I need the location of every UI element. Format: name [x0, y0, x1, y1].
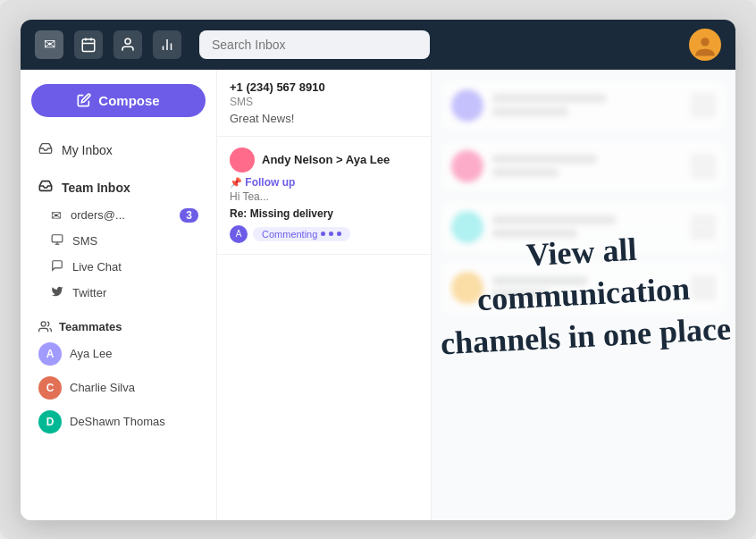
- conv2-subject: Re: Missing delivery: [230, 207, 418, 220]
- twitter-label: Twitter: [72, 286, 106, 299]
- dot3: [337, 232, 341, 236]
- conv-phone: +1 (234) 567 8910: [230, 80, 418, 94]
- sidebar-sub-item-live-chat[interactable]: Live Chat: [31, 254, 206, 280]
- teammates-label: Teammates: [59, 320, 122, 333]
- dot2: [329, 232, 333, 236]
- blurred-line-1a: [492, 94, 606, 103]
- follow-up-tag: Follow up: [245, 176, 295, 189]
- blurred-avatar-1: [451, 89, 483, 122]
- orders-badge: 3: [180, 208, 198, 223]
- main-area: Compose My Inbox: [21, 70, 735, 520]
- teammate-avatar-aya: A: [38, 342, 62, 366]
- teammate-name-charlie: Charlie Silva: [70, 381, 135, 394]
- blurred-row-2: [442, 141, 725, 191]
- conv2-sender-name: Andy Nelson > Aya Lee: [262, 153, 390, 166]
- teammate-avatar-charlie: C: [38, 376, 62, 400]
- nav-icon-calendar[interactable]: [74, 30, 103, 59]
- blurred-action-4: [691, 275, 716, 300]
- teammate-name-deshawn: DeShawn Thomas: [70, 415, 165, 428]
- twitter-icon: [51, 285, 63, 300]
- teammate-deshawn-thomas[interactable]: D DeShawn Thomas: [31, 405, 206, 439]
- app-container: ✉: [21, 20, 735, 520]
- blurred-row-4: [442, 263, 725, 313]
- compose-label: Compose: [98, 93, 159, 108]
- sidebar-sub-item-sms[interactable]: SMS: [31, 228, 206, 254]
- team-inbox-section: Team Inbox ✉ orders@... 3: [31, 173, 206, 306]
- search-input[interactable]: [199, 30, 430, 59]
- sidebar-sub-item-orders[interactable]: ✉ orders@... 3: [31, 203, 206, 228]
- team-inbox-icon: [38, 179, 53, 197]
- blurred-line-1b: [492, 107, 568, 116]
- blurred-action-2: [691, 154, 716, 179]
- my-inbox-section: My Inbox: [31, 135, 206, 165]
- search-bar[interactable]: [199, 30, 430, 59]
- blurred-lines-2: [492, 155, 682, 177]
- compose-button[interactable]: Compose: [31, 84, 206, 117]
- sms-icon: [51, 233, 63, 248]
- conv2-footer: A Commenting: [230, 225, 418, 243]
- conv-item-email[interactable]: Andy Nelson > Aya Lee 📌 Follow up Hi Tea…: [217, 137, 431, 255]
- app-wrapper: ✉: [0, 0, 756, 539]
- user-avatar-button[interactable]: [689, 29, 721, 61]
- blurred-line-4a: [492, 276, 587, 285]
- teammates-title: Teammates: [31, 313, 206, 337]
- conversation-list: +1 (234) 567 8910 SMS Great News! Andy N…: [217, 70, 432, 520]
- my-inbox-label: My Inbox: [62, 143, 113, 157]
- blurred-action-1: [691, 93, 716, 118]
- blurred-line-3b: [492, 229, 577, 238]
- nav-icon-mail[interactable]: ✉: [35, 30, 63, 59]
- svg-point-4: [125, 38, 130, 44]
- blurred-action-3: [691, 215, 716, 240]
- blurred-line-2a: [492, 155, 597, 164]
- dot1: [321, 232, 325, 236]
- live-chat-label: Live Chat: [72, 260, 122, 274]
- sms-label: SMS: [72, 234, 97, 248]
- teammates-section: Teammates A Aya Lee C Charlie Silva D De…: [31, 313, 206, 439]
- conv2-footer-avatar: A: [230, 225, 248, 243]
- teammate-aya-lee[interactable]: A Aya Lee: [31, 337, 206, 371]
- blurred-avatar-2: [451, 150, 483, 182]
- conv2-preview: Hi Tea...: [230, 190, 418, 203]
- blurred-content: [432, 70, 735, 324]
- email-icon: ✉: [51, 208, 62, 223]
- blurred-line-3a: [492, 215, 616, 224]
- blurred-avatar-4: [451, 272, 483, 304]
- sidebar-item-team-inbox[interactable]: Team Inbox: [31, 173, 206, 203]
- teammate-charlie-silva[interactable]: C Charlie Silva: [31, 371, 206, 405]
- blurred-lines-1: [492, 94, 682, 116]
- live-chat-icon: [51, 259, 63, 274]
- top-nav: ✉: [21, 20, 735, 70]
- svg-point-13: [41, 321, 46, 325]
- commenting-badge: Commenting: [253, 227, 350, 241]
- sidebar: Compose My Inbox: [21, 70, 217, 520]
- nav-icon-contacts[interactable]: [113, 30, 142, 59]
- orders-label: orders@...: [71, 208, 125, 222]
- conv-item-sms[interactable]: +1 (234) 567 8910 SMS Great News!: [217, 70, 431, 137]
- svg-rect-10: [52, 234, 63, 241]
- conv-preview: Great News!: [230, 112, 418, 125]
- blurred-row-1: [442, 80, 725, 131]
- sidebar-item-my-inbox[interactable]: My Inbox: [31, 135, 206, 165]
- blurred-row-3: [442, 202, 725, 252]
- conv-channel: SMS: [230, 96, 418, 108]
- main-panel: View all communication channels in one p…: [432, 70, 735, 520]
- conv2-sender-avatar: [230, 147, 255, 173]
- conv2-tag: 📌 Follow up: [230, 176, 418, 189]
- nav-icon-reports[interactable]: [153, 30, 181, 59]
- conv2-header: Andy Nelson > Aya Lee: [230, 147, 418, 173]
- teammate-name-aya: Aya Lee: [70, 347, 112, 360]
- svg-point-9: [701, 38, 709, 46]
- blurred-lines-4: [492, 276, 682, 299]
- inbox-icon: [38, 141, 53, 159]
- teammate-avatar-deshawn: D: [38, 410, 62, 434]
- blurred-avatar-3: [451, 211, 483, 243]
- svg-rect-0: [82, 39, 95, 52]
- blurred-line-2b: [492, 168, 559, 177]
- blurred-lines-3: [492, 215, 682, 238]
- blurred-line-4b: [492, 290, 550, 299]
- team-inbox-label: Team Inbox: [62, 181, 130, 195]
- sidebar-sub-item-twitter[interactable]: Twitter: [31, 280, 206, 306]
